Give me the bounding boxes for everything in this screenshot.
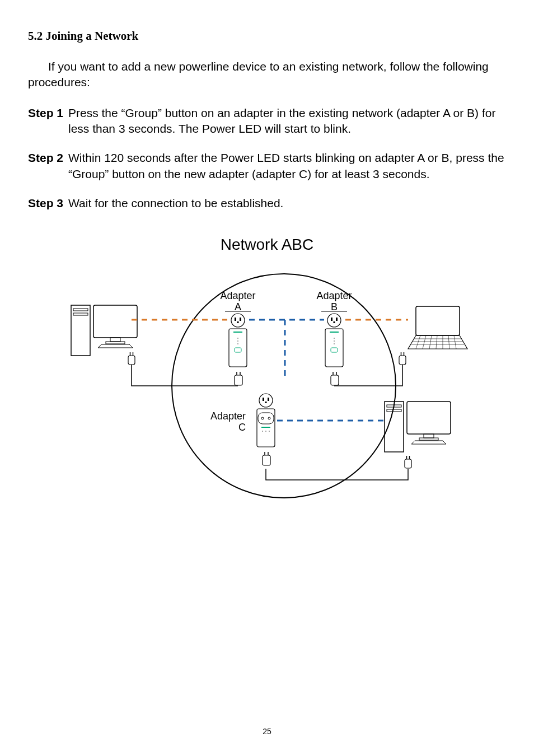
step-text: Press the “Group” button on an adapter i… (68, 105, 506, 137)
svg-rect-49 (73, 313, 88, 315)
svg-rect-75 (419, 438, 438, 440)
svg-rect-16 (235, 375, 242, 385)
adapter-b-label: Adapter (316, 290, 352, 301)
svg-point-32 (259, 394, 273, 407)
svg-point-12 (237, 338, 238, 339)
cable-line (266, 469, 408, 480)
svg-line-63 (436, 335, 437, 349)
svg-rect-15 (235, 348, 241, 352)
cable-line (132, 365, 238, 386)
step-row: Step 2 Within 120 seconds after the Powe… (28, 150, 506, 182)
adapter-b-icon (325, 314, 343, 367)
svg-point-26 (334, 340, 335, 342)
svg-rect-73 (407, 402, 451, 434)
svg-point-41 (262, 431, 263, 432)
svg-rect-20 (331, 318, 332, 321)
plug-icon (399, 352, 406, 365)
svg-rect-76 (405, 459, 411, 468)
adapter-c-label: Adapter (210, 410, 246, 422)
svg-rect-29 (331, 375, 339, 385)
step-text: Within 120 seconds after the Power LED s… (68, 150, 506, 182)
svg-rect-34 (268, 398, 269, 401)
cable-line (334, 365, 402, 386)
svg-point-25 (334, 338, 335, 339)
svg-rect-52 (106, 342, 125, 344)
svg-line-61 (423, 335, 426, 349)
plug-icon (405, 456, 411, 468)
svg-line-60 (416, 335, 420, 349)
svg-rect-9 (237, 321, 239, 323)
desktop-pc-icon (385, 402, 451, 452)
step-label: Step 2 (28, 150, 68, 182)
laptop-icon (408, 306, 467, 349)
svg-rect-44 (263, 455, 270, 465)
svg-point-19 (327, 314, 341, 327)
diagram-title: Network ABC (65, 236, 469, 254)
svg-point-6 (231, 314, 245, 327)
adapter-a-label: Adapter (220, 290, 255, 301)
svg-line-62 (429, 335, 432, 349)
adapter-a-icon (229, 314, 247, 367)
step-label: Step 3 (28, 195, 68, 211)
plug-icon (235, 372, 242, 385)
svg-rect-33 (263, 398, 264, 401)
svg-rect-56 (416, 306, 460, 335)
svg-rect-74 (424, 434, 434, 438)
network-diagram: Adapter A Adapter B Adapter C (65, 257, 469, 503)
plug-icon (128, 352, 135, 365)
desktop-pc-icon (71, 305, 137, 356)
svg-text:A: A (235, 301, 241, 312)
svg-point-27 (334, 343, 335, 344)
steps-list: Step 1 Press the “Group” button on an ad… (28, 105, 506, 212)
svg-rect-48 (73, 309, 88, 311)
svg-point-38 (261, 417, 264, 419)
svg-point-43 (269, 431, 270, 432)
svg-line-66 (454, 335, 456, 349)
svg-point-14 (237, 343, 238, 344)
svg-rect-11 (233, 332, 242, 333)
svg-text:B: B (331, 301, 338, 312)
svg-rect-24 (330, 332, 339, 333)
section-heading: 5.2 Joining a Network (28, 29, 506, 43)
svg-rect-37 (258, 413, 274, 424)
svg-rect-28 (331, 348, 338, 352)
page-number: 25 (0, 727, 534, 736)
svg-rect-22 (334, 321, 335, 323)
step-label: Step 1 (28, 105, 68, 137)
svg-point-39 (268, 417, 270, 419)
step-text: Wait for the connection to be establishe… (68, 195, 506, 211)
svg-rect-21 (336, 318, 338, 321)
intro-paragraph: If you want to add a new powerline devic… (28, 59, 506, 91)
diagram-container: Network ABC Adapter A Adapter B Adapter … (28, 236, 506, 503)
plug-icon (331, 372, 339, 385)
step-row: Step 3 Wait for the connection to be est… (28, 195, 506, 211)
svg-rect-50 (93, 305, 137, 338)
svg-rect-7 (235, 318, 236, 321)
svg-rect-67 (399, 356, 406, 365)
adapter-c-icon (257, 394, 275, 447)
svg-text:C: C (238, 422, 246, 433)
svg-rect-35 (265, 402, 267, 403)
svg-rect-53 (128, 356, 135, 365)
step-row: Step 1 Press the “Group” button on an ad… (28, 105, 506, 137)
svg-rect-40 (261, 427, 270, 428)
svg-rect-51 (110, 338, 120, 342)
plug-icon (263, 452, 270, 465)
svg-point-42 (265, 431, 266, 432)
svg-rect-8 (240, 318, 241, 321)
svg-line-65 (448, 335, 449, 349)
svg-rect-72 (387, 409, 401, 412)
svg-point-13 (237, 340, 238, 342)
